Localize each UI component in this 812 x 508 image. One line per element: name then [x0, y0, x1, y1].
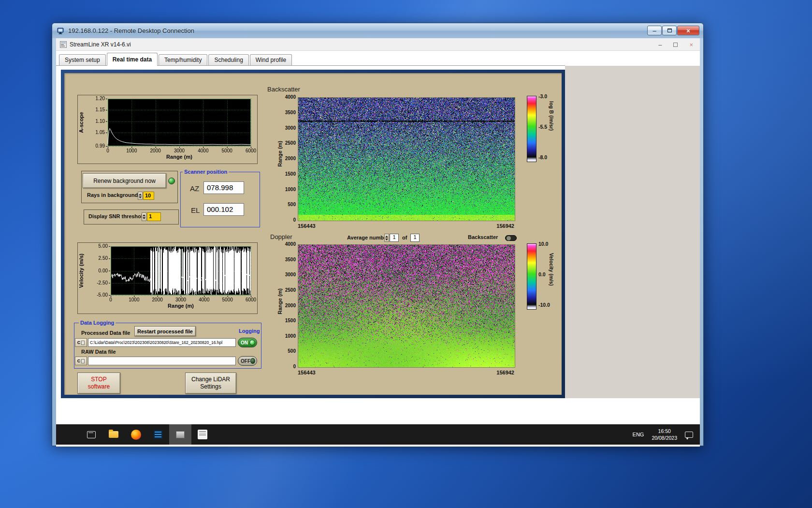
- raw-drive-button[interactable]: C: [75, 357, 87, 365]
- app-window-title: StreamLine XR v14-6.vi: [70, 41, 131, 48]
- drive-letter: C: [77, 359, 81, 363]
- doppler-heatmap-canvas: [298, 245, 515, 367]
- tick-label: -8.0: [538, 154, 556, 160]
- firefox-button[interactable]: [125, 424, 147, 445]
- folder-icon: [109, 431, 118, 438]
- tick-label: 4000: [278, 94, 296, 100]
- app-restore-button[interactable]: [673, 43, 678, 47]
- tab-temp-humidity[interactable]: Temp/humidity: [159, 54, 207, 66]
- average-total-field[interactable]: 1: [410, 234, 420, 242]
- backscatter-title: Backscatter: [267, 86, 300, 93]
- snr-spinner-arrows[interactable]: [142, 212, 146, 221]
- processed-logging-toggle[interactable]: ON: [238, 338, 257, 347]
- app-minimize-button[interactable]: –: [658, 41, 662, 48]
- app-caption-buttons: – ×: [658, 38, 693, 51]
- rdp-caption-buttons: – ×: [647, 26, 699, 35]
- backscatter-x-end: 156942: [483, 223, 514, 229]
- raw-path-field[interactable]: [88, 357, 236, 365]
- remote-desktop-screen: StreamLine XR v14-6.vi – × System setup …: [56, 38, 700, 445]
- raw-data-file-label: RAW Data file: [81, 349, 116, 355]
- tick-label: 500: [278, 202, 296, 207]
- clock[interactable]: 16:50 20/08/2023: [652, 428, 677, 441]
- doppler-x-start: 156443: [298, 370, 316, 375]
- settings-list-app-button[interactable]: [147, 424, 169, 445]
- off-led-icon: [250, 358, 255, 364]
- language-indicator[interactable]: ENG: [633, 432, 644, 437]
- renew-status-led: [168, 178, 175, 184]
- ascope-graph: [77, 95, 258, 164]
- average-number-field[interactable]: 1: [390, 234, 399, 242]
- snr-value-field[interactable]: 1: [147, 212, 161, 221]
- tab-wind-profile[interactable]: Wind profile: [250, 54, 292, 66]
- backscatter-display-switch[interactable]: [505, 235, 517, 241]
- tick-label: 1000: [278, 333, 296, 339]
- backscatter-heatmap: [298, 97, 515, 221]
- clock-time: 16:50: [652, 428, 677, 434]
- taskbar-icons: [80, 424, 214, 445]
- data-logging-title: Data Logging: [79, 320, 116, 326]
- tab-system-setup[interactable]: System setup: [59, 54, 106, 66]
- taskbar: ENG 16:50 20/08/2023: [56, 424, 700, 445]
- scan-app-button[interactable]: [191, 424, 214, 445]
- tab-real-time-data[interactable]: Real time data: [107, 53, 158, 66]
- front-panel-frame: Renew background now Rays in background …: [61, 70, 565, 398]
- desktop-wallpaper: 192.168.0.122 - Remote Desktop Connectio…: [0, 0, 812, 508]
- average-spinner-arrows[interactable]: [384, 234, 389, 242]
- close-icon: ×: [686, 27, 690, 34]
- tick-label: 4000: [278, 241, 296, 247]
- scan-app-icon: [198, 430, 207, 439]
- on-led-icon: [249, 340, 255, 345]
- doppler-colorbar: [527, 243, 536, 310]
- rdp-maximize-button[interactable]: [662, 26, 677, 35]
- rdp-close-button[interactable]: ×: [677, 26, 699, 35]
- change-line2: Settings: [191, 383, 230, 390]
- app-close-button[interactable]: ×: [689, 41, 693, 48]
- renew-background-button[interactable]: Renew background now: [83, 173, 166, 188]
- az-value-field[interactable]: 078.998: [203, 181, 244, 194]
- logging-label: Logging: [237, 328, 261, 334]
- processed-drive-button[interactable]: C: [75, 338, 87, 347]
- rays-spinner-arrows[interactable]: [138, 192, 143, 200]
- maximize-icon: [667, 29, 672, 32]
- tab-strip: System setup Real time data Temp/humidit…: [59, 53, 293, 66]
- rdp-minimize-button[interactable]: –: [647, 26, 662, 35]
- taskview-button[interactable]: [80, 424, 102, 445]
- tick-label: 0: [278, 217, 296, 223]
- average-number-label: Average number: [347, 235, 389, 240]
- doppler-colorbar-label: Velocity (m/s): [549, 253, 554, 286]
- notification-center-icon[interactable]: [685, 432, 693, 438]
- el-value-field[interactable]: 000.102: [203, 203, 244, 216]
- tick-label: 1500: [278, 318, 296, 323]
- rays-value-field[interactable]: 10: [143, 192, 154, 200]
- el-label: EL: [191, 206, 200, 214]
- velocity-plot-canvas: [78, 243, 257, 314]
- restart-processed-file-button[interactable]: Restart processed file: [134, 326, 196, 336]
- tick-label: 500: [278, 348, 296, 354]
- labview-vi-icon: [60, 41, 67, 48]
- app-titlebar[interactable]: StreamLine XR v14-6.vi – ×: [56, 38, 700, 51]
- backscatter-colorbar: [527, 96, 536, 162]
- rdp-titlebar[interactable]: 192.168.0.122 - Remote Desktop Connectio…: [52, 23, 703, 38]
- front-panel: Renew background now Rays in background …: [64, 73, 562, 395]
- tick-label: 3500: [278, 110, 296, 115]
- tick-label: 3000: [278, 272, 296, 277]
- taskbar-tray: ENG 16:50 20/08/2023: [633, 424, 693, 445]
- stop-software-button[interactable]: STOPsoftware: [77, 373, 120, 394]
- doppler-x-end: 156942: [483, 370, 514, 375]
- tick-label: 2500: [278, 287, 296, 293]
- scanner-position-group: [180, 172, 260, 227]
- processed-path-field[interactable]: C:\Lidar\Data\Proc\2023\202308\20230820\…: [88, 338, 236, 347]
- tick-label: 2500: [278, 140, 296, 146]
- streamline-app-button[interactable]: [169, 424, 191, 445]
- disk-icon: [81, 359, 85, 363]
- panel-background-right: [565, 66, 700, 398]
- raw-logging-toggle[interactable]: OFF: [238, 356, 257, 366]
- rdp-window: 192.168.0.122 - Remote Desktop Connectio…: [52, 23, 704, 446]
- list-app-icon: [154, 430, 162, 439]
- tab-scheduling[interactable]: Scheduling: [208, 54, 248, 66]
- change-lidar-settings-button[interactable]: Change LiDARSettings: [185, 373, 236, 394]
- az-label: AZ: [190, 184, 199, 193]
- file-explorer-button[interactable]: [102, 424, 125, 445]
- tick-label: 2000: [278, 156, 296, 161]
- snr-threshold-label: Display SNR threshold: [88, 213, 146, 219]
